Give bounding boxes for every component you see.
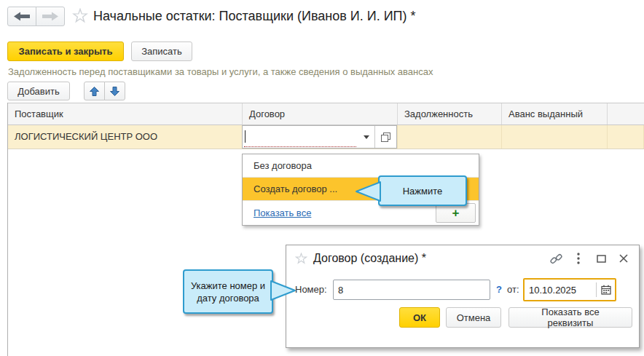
column-header-debt[interactable]: Задолженность [398, 103, 502, 124]
hint-number-line2: дату договора [197, 292, 259, 304]
callout-arrow-left-icon [356, 181, 382, 202]
triangle-down-icon [364, 135, 369, 139]
column-header-contract[interactable]: Договор [243, 103, 398, 124]
more-menu-icon[interactable] [572, 252, 585, 265]
table-row[interactable]: ЛОГИСТИЧЕСКИЙ ЦЕНТР ООО [8, 125, 644, 149]
add-button[interactable]: Добавить [7, 82, 70, 100]
date-input[interactable] [525, 285, 596, 296]
show-all-link[interactable]: Показать все [254, 202, 311, 224]
forward-button[interactable] [36, 7, 65, 26]
dialog-title-bar: Договор (создание) * [286, 245, 639, 272]
page-title: Начальные остатки: Поставщики (Иванов И.… [93, 9, 416, 24]
arrow-up-icon [90, 87, 99, 96]
dialog-title: Договор (создание) * [313, 252, 426, 265]
advance-cell[interactable] [502, 125, 608, 149]
calendar-button[interactable] [597, 280, 615, 300]
extra-cell [608, 125, 644, 149]
contract-input[interactable] [243, 126, 358, 148]
contract-combo [242, 125, 397, 149]
calendar-icon [601, 285, 611, 295]
contract-dialog: Договор (создание) * Номер: ? от: [286, 245, 640, 348]
favorite-star-icon[interactable] [72, 8, 88, 25]
date-label: от: [507, 284, 519, 295]
show-all-attributes-button[interactable]: Показать все реквизиты [508, 307, 632, 328]
close-icon[interactable] [617, 252, 630, 265]
arrow-down-icon [110, 87, 119, 96]
number-label: Номер: [295, 284, 327, 295]
maximize-icon[interactable] [594, 252, 608, 265]
column-header-extra [608, 103, 644, 124]
save-button[interactable]: Записать [131, 41, 192, 61]
save-and-close-button[interactable]: Записать и закрыть [7, 41, 124, 61]
move-down-button[interactable] [104, 82, 125, 100]
arrow-left-icon [14, 12, 30, 21]
dropdown-arrow-button[interactable] [358, 126, 374, 148]
link-icon[interactable] [549, 252, 562, 265]
debt-cell[interactable] [398, 125, 502, 149]
table-header: Поставщик Договор Задолженность Аванс вы… [8, 103, 644, 125]
app-window: Начальные остатки: Поставщики (Иванов И.… [0, 0, 644, 356]
cancel-button[interactable]: Отмена [446, 307, 501, 328]
create-plus-button[interactable]: + [436, 203, 476, 223]
date-field [523, 278, 616, 301]
column-header-supplier[interactable]: Поставщик [8, 103, 243, 124]
move-button-group [84, 82, 125, 100]
favorite-star-icon[interactable] [295, 253, 307, 264]
column-header-advance[interactable]: Аванс выданный [502, 103, 608, 124]
help-icon[interactable]: ? [496, 284, 502, 295]
open-value-button[interactable] [374, 126, 396, 148]
menu-item-no-contract[interactable]: Без договора [243, 154, 479, 178]
required-underline [244, 146, 356, 147]
back-button[interactable] [7, 7, 36, 26]
ok-button[interactable]: ОК [399, 307, 440, 328]
hint-number-line1: Укажите номер и [191, 280, 265, 292]
hint-number-callout: Укажите номер и дату договора [183, 269, 273, 314]
supplier-cell[interactable]: ЛОГИСТИЧЕСКИЙ ЦЕНТР ООО [8, 125, 243, 149]
arrow-right-icon [42, 12, 58, 21]
dialog-window-controls [549, 252, 630, 265]
nav-button-group [7, 7, 65, 26]
text-cursor [245, 130, 246, 143]
callout-arrow-right-icon [270, 280, 296, 301]
overlapping-squares-icon [381, 132, 390, 142]
hint-click-callout: Нажмите [378, 175, 467, 206]
move-up-button[interactable] [84, 82, 105, 100]
hint-click-text: Нажмите [403, 186, 443, 197]
description-text: Задолженность перед поставщиками за това… [8, 66, 433, 77]
number-input[interactable] [333, 280, 490, 300]
